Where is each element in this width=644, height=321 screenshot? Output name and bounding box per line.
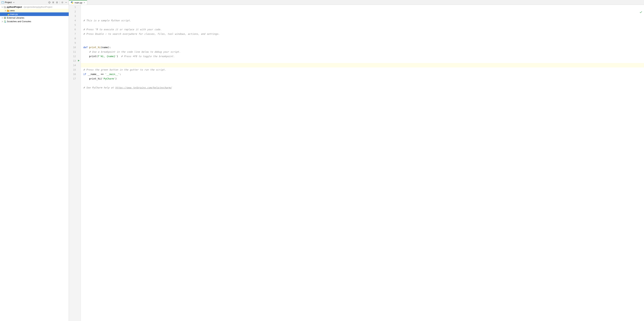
- locate-icon: [48, 1, 51, 4]
- scratches-icon: [4, 20, 6, 23]
- code-line[interactable]: def print_hi(name):: [81, 45, 644, 50]
- gutter-line[interactable]: 4: [69, 18, 81, 23]
- tool-settings-button[interactable]: [60, 0, 64, 4]
- tree-item[interactable]: venv: [0, 9, 69, 12]
- svg-rect-10: [5, 17, 6, 19]
- code-token: '__main__': [105, 73, 120, 76]
- code-line[interactable]: print_hi('PyCharm'): [81, 76, 644, 81]
- code-token: print_hi(: [83, 77, 102, 80]
- hide-tool-window-button[interactable]: [64, 0, 68, 4]
- gutter-line[interactable]: 9: [69, 40, 81, 45]
- gutter-line[interactable]: 17: [69, 76, 81, 81]
- project-tool-window: Project: [0, 0, 69, 321]
- code-line[interactable]: # Press the green button in the gutter t…: [81, 68, 644, 72]
- minimize-icon: [65, 1, 68, 4]
- code-token: (name):: [101, 46, 111, 49]
- svg-rect-5: [56, 2, 58, 2]
- close-tab-button[interactable]: [84, 2, 85, 4]
- gutter-line[interactable]: 13: [69, 58, 81, 63]
- code-token: __name__ ==: [88, 73, 105, 76]
- tree-item[interactable]: pythonProject~/projects/temp/pythonProje…: [0, 5, 69, 9]
- inspection-status[interactable]: [622, 6, 642, 19]
- tree-item-label: pythonProject: [7, 6, 22, 8]
- code-token: # See PyCharm help at: [83, 86, 115, 89]
- tree-expand-toggle[interactable]: [1, 6, 4, 8]
- collapse-all-button[interactable]: [55, 0, 59, 4]
- tree-item-label: External Libraries: [7, 16, 24, 19]
- code-line[interactable]: [81, 40, 644, 45]
- code-line[interactable]: [81, 81, 644, 85]
- gutter-line[interactable]: 12: [69, 54, 81, 58]
- code-line[interactable]: # Press Double ⇧ to search everywhere fo…: [81, 32, 644, 36]
- code-token: ): [115, 77, 116, 80]
- ide-window: Project: [0, 0, 644, 321]
- chevron-down-icon: [2, 6, 3, 8]
- code-line[interactable]: if __name__ == '__main__':: [81, 72, 644, 76]
- code-line[interactable]: # This is a sample Python script.: [81, 18, 644, 23]
- run-gutter-button[interactable]: [78, 60, 80, 62]
- gutter-line[interactable]: 7: [69, 32, 81, 36]
- code-token: # Use a breakpoint in the code line belo…: [89, 50, 180, 53]
- tree-expand-toggle[interactable]: [1, 17, 4, 19]
- gutter-line[interactable]: 8: [69, 36, 81, 40]
- main-row: Project: [0, 0, 644, 321]
- gutter-line[interactable]: 14: [69, 63, 81, 68]
- editor-gutter[interactable]: 1234567891011121314151617: [69, 5, 81, 321]
- python-file-icon: [7, 13, 10, 16]
- code-line[interactable]: [81, 23, 644, 27]
- svg-point-3: [49, 2, 50, 2]
- project-icon: [2, 1, 4, 4]
- gutter-line[interactable]: 15: [69, 68, 81, 72]
- code-line[interactable]: [81, 58, 644, 63]
- tree-item-icon: [4, 16, 6, 19]
- tree-item-icon: [4, 6, 6, 8]
- gutter-line[interactable]: 6: [69, 27, 81, 32]
- expand-all-button[interactable]: [51, 0, 55, 4]
- gutter-line[interactable]: 5: [69, 23, 81, 27]
- code-line[interactable]: [81, 36, 644, 40]
- code-line[interactable]: # Press ^R to execute it or replace it w…: [81, 27, 644, 32]
- code-line[interactable]: # See PyCharm help at https://www.jetbra…: [81, 85, 644, 90]
- gutter-line[interactable]: 11: [69, 50, 81, 54]
- gutter-line[interactable]: 2: [69, 9, 81, 14]
- select-opened-file-button[interactable]: [48, 0, 51, 4]
- python-file-icon: [71, 1, 74, 4]
- tree-item[interactable]: Scratches and Consoles: [0, 20, 69, 23]
- tree-item-label: main.py: [10, 13, 18, 16]
- chevron-right-icon: [4, 10, 6, 12]
- tree-item-icon: [6, 13, 10, 16]
- project-view-selector[interactable]: Project: [1, 1, 16, 4]
- svg-rect-8: [4, 17, 4, 19]
- gutter-line[interactable]: 3: [69, 14, 81, 18]
- expand-all-icon: [52, 1, 54, 4]
- tree-item-label: Scratches and Consoles: [7, 20, 31, 23]
- tree-expand-toggle[interactable]: [4, 10, 6, 12]
- tree-item-path: ~/projects/temp/pythonProject: [22, 6, 52, 8]
- svg-rect-4: [52, 2, 54, 2]
- code-token: def: [83, 46, 89, 49]
- editor-tab-main[interactable]: main.py: [69, 0, 87, 5]
- code-line[interactable]: # Use a breakpoint in the code line belo…: [81, 50, 644, 54]
- code-editor[interactable]: # This is a sample Python script. # Pres…: [81, 5, 644, 321]
- code-line[interactable]: print(f'Hi, {name}') # Press ⌘F8 to togg…: [81, 54, 644, 58]
- gutter-line[interactable]: 16: [69, 72, 81, 76]
- tree-item[interactable]: External Libraries: [0, 16, 69, 20]
- code-token: # Press Double ⇧ to search everywhere fo…: [83, 32, 220, 35]
- tree-expand-toggle[interactable]: [1, 21, 4, 22]
- code-token: print_hi: [89, 46, 101, 49]
- code-token: print: [89, 55, 96, 58]
- play-icon: [78, 60, 80, 62]
- project-view-label: Project: [5, 1, 12, 4]
- close-icon: [84, 2, 85, 4]
- code-token: # Press ^R to execute it or replace it w…: [83, 28, 162, 31]
- code-token: :: [120, 73, 121, 76]
- code-line[interactable]: [81, 63, 644, 68]
- project-tree[interactable]: pythonProject~/projects/temp/pythonProje…: [0, 5, 69, 321]
- tree-item[interactable]: main.py: [0, 12, 69, 16]
- gutter-line[interactable]: 10: [69, 45, 81, 50]
- gutter-line[interactable]: 1: [69, 5, 81, 9]
- code-line[interactable]: [81, 90, 644, 94]
- folder-icon: [7, 9, 10, 12]
- checkmark-icon: [640, 11, 642, 14]
- code-token: if: [83, 73, 88, 76]
